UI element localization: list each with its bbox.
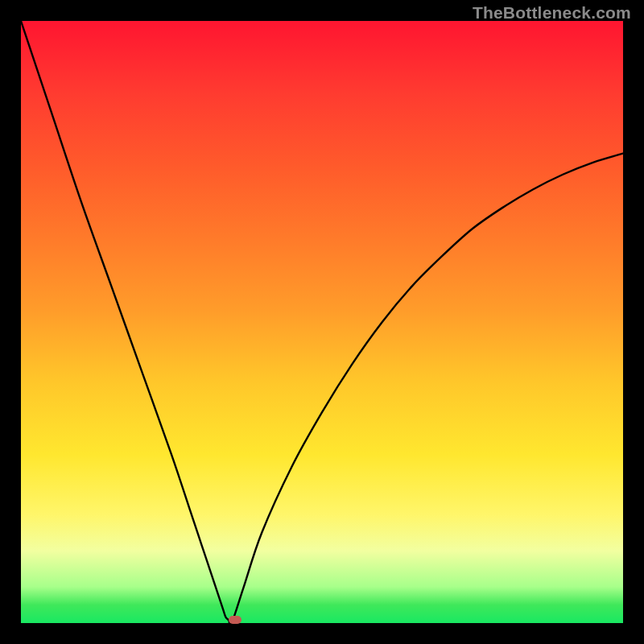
minimum-marker xyxy=(229,616,242,624)
watermark-text: TheBottleneck.com xyxy=(473,3,631,23)
plot-area xyxy=(21,21,623,623)
chart-frame: TheBottleneck.com xyxy=(0,0,644,644)
bottleneck-curve xyxy=(21,21,623,623)
curve-svg xyxy=(21,21,623,623)
